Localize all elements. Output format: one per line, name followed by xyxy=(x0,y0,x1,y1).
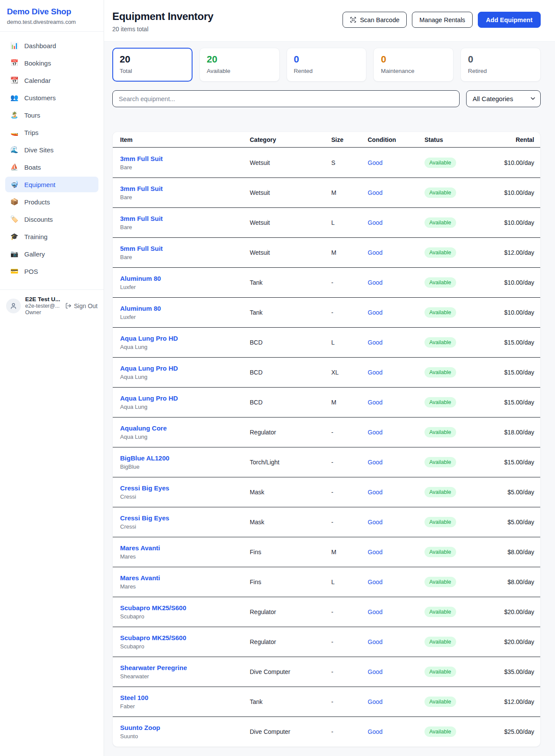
item-size: - xyxy=(331,279,368,286)
sidebar-item[interactable]: 🏝️ Tours xyxy=(5,107,98,123)
item-brand: Cressi xyxy=(120,493,250,500)
item-condition-link[interactable]: Good xyxy=(368,668,424,675)
item-name-link[interactable]: Scubapro MK25/S600 xyxy=(120,604,250,611)
sidebar-item[interactable]: 📅 Bookings xyxy=(5,55,98,71)
item-name-link[interactable]: Aluminum 80 xyxy=(120,275,250,282)
sign-out-button[interactable]: Sign Out xyxy=(65,302,98,309)
item-condition-link[interactable]: Good xyxy=(368,489,424,496)
item-name-link[interactable]: 3mm Full Suit xyxy=(120,155,250,162)
item-name-link[interactable]: Mares Avanti xyxy=(120,574,250,582)
stat-card[interactable]: 0 Maintenance xyxy=(373,48,454,82)
item-name-link[interactable]: Suunto Zoop xyxy=(120,724,250,731)
stat-card[interactable]: 20 Total xyxy=(112,48,193,82)
item-name-link[interactable]: Aqua Lung Pro HD xyxy=(120,365,250,372)
items-total-count: 20 items total xyxy=(112,26,213,33)
sidebar-item[interactable]: 👥 Customers xyxy=(5,90,98,105)
item-condition-link[interactable]: Good xyxy=(368,309,424,316)
item-brand: Aqua Lung xyxy=(120,374,250,380)
item-name-link[interactable]: 3mm Full Suit xyxy=(120,185,250,192)
item-size: - xyxy=(331,309,368,316)
sidebar-item[interactable]: 🎓 Training xyxy=(5,229,98,244)
sidebar-item-label: Equipment xyxy=(24,181,56,188)
item-condition-link[interactable]: Good xyxy=(368,189,424,196)
item-name-link[interactable]: Scubapro MK25/S600 xyxy=(120,634,250,641)
brand-name[interactable]: Demo Dive Shop xyxy=(7,7,97,16)
item-rental-rate: $15.00/day xyxy=(494,339,534,346)
item-rental-rate: $10.00/day xyxy=(494,159,534,166)
item-condition-link[interactable]: Good xyxy=(368,519,424,526)
item-condition-link[interactable]: Good xyxy=(368,369,424,376)
search-input[interactable] xyxy=(112,90,460,107)
sidebar-item-label: Boats xyxy=(24,164,41,171)
user-email: e2e-tester@... xyxy=(25,303,61,309)
barcode-scan-icon xyxy=(350,16,356,23)
sidebar-item[interactable]: 🤿 Equipment xyxy=(5,177,98,192)
item-condition-link[interactable]: Good xyxy=(368,159,424,166)
item-condition-link[interactable]: Good xyxy=(368,429,424,436)
item-condition-link[interactable]: Good xyxy=(368,219,424,226)
item-condition-link[interactable]: Good xyxy=(368,728,424,735)
item-category: Fins xyxy=(250,579,331,585)
item-condition-link[interactable]: Good xyxy=(368,459,424,466)
add-equipment-button[interactable]: Add Equipment xyxy=(478,12,541,28)
sidebar-item[interactable]: 🌊 Dive Sites xyxy=(5,142,98,158)
sidebar-item[interactable]: 💳 POS xyxy=(5,263,98,279)
add-equipment-label: Add Equipment xyxy=(486,16,532,23)
item-rental-rate: $15.00/day xyxy=(494,399,534,406)
table-row: Cressi Big Eyes Cressi Mask - Good Avail… xyxy=(113,507,540,537)
item-rental-rate: $15.00/day xyxy=(494,459,534,466)
item-size: XL xyxy=(331,369,368,376)
stat-card[interactable]: 20 Available xyxy=(199,48,280,82)
item-name-link[interactable]: 5mm Full Suit xyxy=(120,245,250,252)
status-badge: Available xyxy=(424,217,456,228)
sidebar-item[interactable]: 🚤 Trips xyxy=(5,125,98,140)
stat-card[interactable]: 0 Retired xyxy=(460,48,541,82)
item-condition-link[interactable]: Good xyxy=(368,579,424,585)
filters-row: All Categories xyxy=(112,90,541,107)
manage-rentals-button[interactable]: Manage Rentals xyxy=(412,12,473,28)
sidebar-item[interactable]: ⛵ Boats xyxy=(5,159,98,175)
item-condition-link[interactable]: Good xyxy=(368,549,424,555)
sidebar-item[interactable]: 📊 Dashboard xyxy=(5,38,98,53)
item-name-link[interactable]: Mares Avanti xyxy=(120,544,250,552)
status-badge: Available xyxy=(424,607,456,617)
item-name-link[interactable]: Aqua Lung Pro HD xyxy=(120,335,250,342)
sidebar-item[interactable]: 📦 Products xyxy=(5,194,98,210)
scan-barcode-button[interactable]: Scan Barcode xyxy=(343,12,407,28)
sidebar-item-label: POS xyxy=(24,268,38,275)
item-condition-link[interactable]: Good xyxy=(368,399,424,406)
item-name-link[interactable]: Cressi Big Eyes xyxy=(120,514,250,522)
item-condition-link[interactable]: Good xyxy=(368,698,424,705)
item-name-link[interactable]: Aqualung Core xyxy=(120,424,250,432)
item-condition-link[interactable]: Good xyxy=(368,279,424,286)
item-brand: Cressi xyxy=(120,523,250,530)
item-rental-rate: $10.00/day xyxy=(494,219,534,226)
category-filter[interactable]: All Categories xyxy=(466,90,541,107)
item-condition-link[interactable]: Good xyxy=(368,339,424,346)
stat-label: Total xyxy=(120,68,185,74)
item-name-link[interactable]: Steel 100 xyxy=(120,694,250,701)
item-size: S xyxy=(331,159,368,166)
item-rental-rate: $10.00/day xyxy=(494,189,534,196)
item-name-link[interactable]: Aluminum 80 xyxy=(120,305,250,312)
item-name-link[interactable]: Cressi Big Eyes xyxy=(120,484,250,492)
item-condition-link[interactable]: Good xyxy=(368,608,424,615)
item-condition-link[interactable]: Good xyxy=(368,638,424,645)
item-condition-link[interactable]: Good xyxy=(368,249,424,256)
stat-card[interactable]: 0 Rented xyxy=(287,48,367,82)
item-name-link[interactable]: Shearwater Peregrine xyxy=(120,664,250,671)
item-category: Regulator xyxy=(250,429,331,436)
item-name-link[interactable]: BigBlue AL1200 xyxy=(120,454,250,462)
item-brand: Luxfer xyxy=(120,284,250,290)
column-header-rental: Rental xyxy=(494,136,534,143)
equipment-table: Item Category Size Condition Status Rent… xyxy=(112,131,541,747)
item-size: - xyxy=(331,459,368,466)
bar-chart-icon: 📊 xyxy=(10,42,19,49)
person-icon xyxy=(10,302,17,310)
sidebar-item[interactable]: 📆 Calendar xyxy=(5,72,98,88)
sidebar-item[interactable]: 📷 Gallery xyxy=(5,246,98,262)
item-name-link[interactable]: 3mm Full Suit xyxy=(120,215,250,222)
column-header-status: Status xyxy=(424,136,494,143)
sidebar-item[interactable]: 🏷️ Discounts xyxy=(5,211,98,227)
item-name-link[interactable]: Aqua Lung Pro HD xyxy=(120,394,250,402)
